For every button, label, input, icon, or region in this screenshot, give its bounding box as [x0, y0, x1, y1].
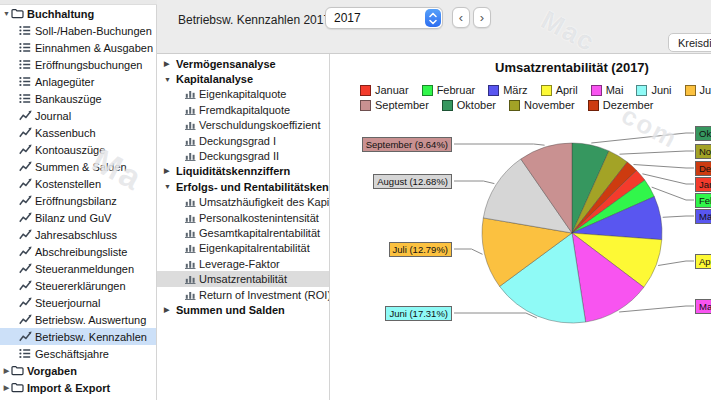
sidebar-item-buchhaltung[interactable]: ▼Buchhaltung	[0, 5, 156, 22]
bar-chart-icon	[185, 213, 196, 223]
tree-item-umsatzhäufigkeit-des-kapitals[interactable]: Umsatzhäufigkeit des Kapitals	[157, 195, 329, 210]
sidebar-item-geschäftsjahre[interactable]: Geschäftsjahre	[0, 345, 156, 362]
sidebar-item-steueranmeldungen[interactable]: Steueranmeldungen	[0, 260, 156, 277]
sidebar-item-steuererklärungen[interactable]: Steuererklärungen	[0, 277, 156, 294]
tree-item-label: Umsatzhäufigkeit des Kapitals	[199, 196, 330, 208]
tree-item-deckungsgrad-i[interactable]: Deckungsgrad I	[157, 133, 329, 148]
tree-item-personalkostenintensität[interactable]: Personalkostenintensität	[157, 210, 329, 225]
sidebar-item-abschreibungsliste[interactable]: Abschreibungsliste	[0, 243, 156, 260]
sidebar-item-vorgaben[interactable]: ▶Vorgaben	[0, 362, 156, 379]
tree-item-leverage-faktor[interactable]: Leverage-Faktor	[157, 256, 329, 271]
chart-icon	[19, 297, 32, 308]
sidebar-item-einnahmen-ausgaben[interactable]: Einnahmen & Ausgaben	[0, 39, 156, 56]
tree-item-label: Eigenkapitalquote	[199, 88, 286, 100]
sidebar-item-kontoauszüge[interactable]: Kontoauszüge	[0, 141, 156, 158]
tree-item-deckungsgrad-ii[interactable]: Deckungsgrad II	[157, 148, 329, 163]
sidebar-item-betriebsw-kennzahlen[interactable]: Betriebsw. Kennzahlen	[0, 328, 156, 345]
callout-line-september	[454, 144, 545, 145]
bar-chart-icon	[185, 274, 196, 284]
chart-icon	[19, 178, 32, 189]
tree-item-umsatzrentabilität[interactable]: Umsatzrentabilität	[157, 271, 329, 286]
sidebar-item-kassenbuch[interactable]: Kassenbuch	[0, 124, 156, 141]
sidebar-item-label: Kostenstellen	[35, 178, 101, 190]
tree-item-erfolgs-und-rentabilitätskennz[interactable]: ▼Erfolgs- und Rentabilitätskennz...	[157, 179, 329, 194]
tree-item-summen-und-salden[interactable]: ▶Summen und Salden	[157, 302, 329, 317]
bar-chart-icon	[185, 228, 196, 238]
tree-item-return-of-investment-roi[interactable]: Return of Investment (ROI)	[157, 287, 329, 302]
tree-item-eigenkapitalquote[interactable]: Eigenkapitalquote	[157, 87, 329, 102]
kpi-tree-panel: ▶Vermögensanalyse▼KapitalanalyseEigenkap…	[157, 54, 330, 400]
chart-icon	[19, 127, 32, 138]
chart-icon	[19, 331, 32, 342]
sidebar-item-label: Journal	[35, 110, 71, 122]
disclosure-triangle-icon[interactable]: ▼	[2, 10, 11, 17]
sidebar-item-import-export[interactable]: ▶Import & Export	[0, 379, 156, 396]
list-icon	[19, 42, 32, 53]
chart-icon	[19, 195, 32, 206]
sidebar-item-label: Jahresabschluss	[35, 229, 117, 241]
tree-item-vermögensanalyse[interactable]: ▶Vermögensanalyse	[157, 56, 329, 71]
tree-item-label: Kapitalanalyse	[176, 73, 253, 85]
sidebar: ▼BuchhaltungSoll-/Haben-BuchungenEinnahm…	[0, 5, 157, 400]
disclosure-triangle-icon[interactable]: ▶	[164, 60, 176, 68]
sidebar-item-eröffnungsbuchungen[interactable]: Eröffnungsbuchungen	[0, 56, 156, 73]
disclosure-triangle-icon[interactable]: ▶	[164, 167, 176, 175]
chart-type-button[interactable]: Kreisdiagramm	[668, 33, 711, 52]
bar-chart-icon	[185, 290, 196, 300]
bar-chart-icon	[185, 120, 196, 130]
sidebar-item-betriebsw-auswertung[interactable]: Betriebsw. Auswertung	[0, 311, 156, 328]
disclosure-triangle-icon[interactable]: ▼	[164, 76, 176, 83]
previous-year-button[interactable]: ‹	[452, 7, 470, 28]
callout-line-november	[620, 151, 695, 154]
sidebar-item-bilanz-und-guv[interactable]: Bilanz und GuV	[0, 209, 156, 226]
sidebar-item-steuerjournal[interactable]: Steuerjournal	[0, 294, 156, 311]
sidebar-item-eröffnungsbilanz[interactable]: Eröffnungsbilanz	[0, 192, 156, 209]
folder-icon	[11, 8, 24, 19]
tree-item-eigenkapitalrentabilität[interactable]: Eigenkapitalrentabilität	[157, 241, 329, 256]
bar-chart-icon	[185, 243, 196, 253]
pie-label-september: September (9.64%)	[362, 137, 452, 152]
sidebar-item-journal[interactable]: Journal	[0, 107, 156, 124]
bar-chart-icon	[185, 197, 196, 207]
year-select[interactable]: 2017	[325, 7, 443, 29]
sidebar-item-label: Summen & Salden	[35, 161, 127, 173]
tree-item-label: Fremdkapitalquote	[199, 104, 290, 116]
tree-item-liquiditätskennziffern[interactable]: ▶Liquiditätskennziffern	[157, 164, 329, 179]
chart-icon	[19, 161, 32, 172]
sidebar-item-anlagegüter[interactable]: Anlagegüter	[0, 73, 156, 90]
sidebar-item-label: Bankauszüge	[35, 93, 102, 105]
sidebar-item-label: Steuererklärungen	[35, 280, 126, 292]
chart-icon	[19, 280, 32, 291]
sidebar-item-soll-haben-buchungen[interactable]: Soll-/Haben-Buchungen	[0, 22, 156, 39]
folder-icon	[11, 382, 24, 393]
sidebar-item-bankauszüge[interactable]: Bankauszüge	[0, 90, 156, 107]
disclosure-triangle-icon[interactable]: ▼	[164, 183, 176, 190]
pie-label-januar: Januar (2.24%)	[695, 177, 711, 192]
disclosure-triangle-icon[interactable]: ▶	[2, 384, 11, 392]
disclosure-triangle-icon[interactable]: ▶	[164, 306, 176, 314]
sidebar-item-label: Eröffnungsbuchungen	[35, 59, 142, 71]
sidebar-item-jahresabschluss[interactable]: Jahresabschluss	[0, 226, 156, 243]
sidebar-item-kostenstellen[interactable]: Kostenstellen	[0, 175, 156, 192]
list-icon	[19, 348, 32, 359]
disclosure-triangle-icon[interactable]: ▶	[2, 367, 11, 375]
chart-icon	[19, 263, 32, 274]
callout-line-januar	[642, 174, 694, 184]
tree-item-label: Summen und Salden	[176, 304, 285, 316]
sidebar-item-summen-salden[interactable]: Summen & Salden	[0, 158, 156, 175]
pie-chart	[330, 54, 711, 400]
tree-item-kapitalanalyse[interactable]: ▼Kapitalanalyse	[157, 71, 329, 86]
sidebar-item-label: Kassenbuch	[35, 127, 96, 139]
tree-item-gesamtkapitalrentabilität[interactable]: Gesamtkapitalrentabilität	[157, 225, 329, 240]
list-icon	[19, 76, 32, 87]
callout-line-juni	[454, 313, 537, 318]
next-year-button[interactable]: ›	[473, 7, 491, 28]
tree-item-fremdkapitalquote[interactable]: Fremdkapitalquote	[157, 102, 329, 117]
folder-icon	[11, 365, 24, 376]
bar-chart-icon	[185, 259, 196, 269]
select-stepper-icon	[425, 9, 441, 27]
chart-icon	[19, 229, 32, 240]
tree-item-label: Eigenkapitalrentabilität	[199, 242, 310, 254]
pie-label-dezember: Dezember (2.21%)	[695, 161, 711, 176]
tree-item-verschuldungskoeffizient[interactable]: Verschuldungskoeffizient	[157, 118, 329, 133]
